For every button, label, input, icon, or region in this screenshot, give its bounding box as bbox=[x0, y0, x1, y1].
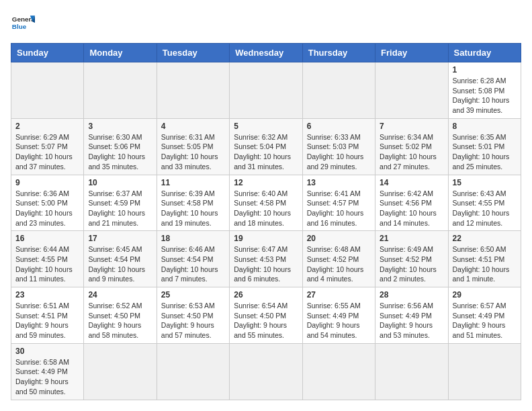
day-number: 6 bbox=[307, 122, 371, 131]
calendar-header-row: SundayMondayTuesdayWednesdayThursdayFrid… bbox=[11, 44, 521, 62]
calendar-cell: 25Sunrise: 6:53 AM Sunset: 4:50 PM Dayli… bbox=[157, 287, 229, 344]
calendar-cell bbox=[230, 343, 302, 400]
day-number: 25 bbox=[161, 290, 225, 300]
column-header-tuesday: Tuesday bbox=[157, 44, 229, 62]
calendar-week-row: 9Sunrise: 6:36 AM Sunset: 5:00 PM Daylig… bbox=[11, 175, 521, 231]
calendar-week-row: 1Sunrise: 6:28 AM Sunset: 5:08 PM Daylig… bbox=[11, 62, 521, 119]
calendar-cell: 26Sunrise: 6:54 AM Sunset: 4:50 PM Dayli… bbox=[230, 287, 302, 344]
calendar-cell bbox=[230, 62, 302, 119]
day-info: Sunrise: 6:58 AM Sunset: 4:49 PM Dayligh… bbox=[15, 357, 79, 397]
day-number: 18 bbox=[161, 234, 225, 243]
day-number: 11 bbox=[161, 178, 225, 187]
day-info: Sunrise: 6:37 AM Sunset: 4:59 PM Dayligh… bbox=[88, 189, 152, 228]
day-number: 21 bbox=[380, 234, 443, 243]
day-info: Sunrise: 6:47 AM Sunset: 4:53 PM Dayligh… bbox=[234, 244, 298, 284]
calendar-cell: 8Sunrise: 6:35 AM Sunset: 5:01 PM Daylig… bbox=[448, 118, 521, 175]
logo: General Blue bbox=[11, 11, 35, 35]
day-info: Sunrise: 6:34 AM Sunset: 5:02 PM Dayligh… bbox=[380, 132, 443, 172]
calendar-cell bbox=[302, 62, 375, 119]
day-number: 20 bbox=[307, 234, 371, 243]
day-info: Sunrise: 6:48 AM Sunset: 4:52 PM Dayligh… bbox=[307, 244, 371, 284]
day-info: Sunrise: 6:50 AM Sunset: 4:51 PM Dayligh… bbox=[453, 244, 517, 284]
day-info: Sunrise: 6:52 AM Sunset: 4:50 PM Dayligh… bbox=[88, 301, 152, 340]
calendar-cell: 7Sunrise: 6:34 AM Sunset: 5:02 PM Daylig… bbox=[375, 118, 448, 175]
calendar-cell: 4Sunrise: 6:31 AM Sunset: 5:05 PM Daylig… bbox=[157, 118, 229, 175]
column-header-saturday: Saturday bbox=[448, 44, 521, 62]
calendar-cell: 2Sunrise: 6:29 AM Sunset: 5:07 PM Daylig… bbox=[11, 118, 84, 175]
logo-icon: General Blue bbox=[11, 11, 35, 35]
column-header-monday: Monday bbox=[84, 44, 157, 62]
day-number: 26 bbox=[234, 290, 298, 300]
day-number: 4 bbox=[161, 122, 225, 131]
day-number: 24 bbox=[88, 290, 152, 300]
day-info: Sunrise: 6:56 AM Sunset: 4:49 PM Dayligh… bbox=[380, 301, 443, 340]
calendar-cell: 9Sunrise: 6:36 AM Sunset: 5:00 PM Daylig… bbox=[11, 175, 84, 231]
calendar-week-row: 23Sunrise: 6:51 AM Sunset: 4:51 PM Dayli… bbox=[11, 287, 521, 344]
svg-text:Blue: Blue bbox=[12, 23, 27, 30]
day-info: Sunrise: 6:33 AM Sunset: 5:03 PM Dayligh… bbox=[307, 132, 371, 172]
day-number: 15 bbox=[453, 178, 517, 187]
calendar-cell: 20Sunrise: 6:48 AM Sunset: 4:52 PM Dayli… bbox=[302, 231, 375, 287]
day-info: Sunrise: 6:30 AM Sunset: 5:06 PM Dayligh… bbox=[88, 132, 152, 172]
page-header: General Blue bbox=[11, 11, 521, 35]
day-info: Sunrise: 6:54 AM Sunset: 4:50 PM Dayligh… bbox=[234, 301, 298, 340]
day-info: Sunrise: 6:36 AM Sunset: 5:00 PM Dayligh… bbox=[15, 189, 79, 228]
calendar-cell bbox=[157, 62, 229, 119]
day-info: Sunrise: 6:49 AM Sunset: 4:52 PM Dayligh… bbox=[380, 244, 443, 284]
day-number: 14 bbox=[380, 178, 443, 187]
day-number: 22 bbox=[453, 234, 517, 243]
calendar-cell: 13Sunrise: 6:41 AM Sunset: 4:57 PM Dayli… bbox=[302, 175, 375, 231]
calendar-cell: 24Sunrise: 6:52 AM Sunset: 4:50 PM Dayli… bbox=[84, 287, 157, 344]
calendar-cell: 10Sunrise: 6:37 AM Sunset: 4:59 PM Dayli… bbox=[84, 175, 157, 231]
day-number: 5 bbox=[234, 122, 298, 131]
calendar-cell: 6Sunrise: 6:33 AM Sunset: 5:03 PM Daylig… bbox=[302, 118, 375, 175]
day-number: 3 bbox=[88, 122, 152, 131]
day-number: 30 bbox=[15, 347, 79, 356]
calendar-table: SundayMondayTuesdayWednesdayThursdayFrid… bbox=[11, 43, 521, 400]
day-number: 8 bbox=[453, 122, 517, 131]
calendar-cell bbox=[375, 62, 448, 119]
calendar-week-row: 30Sunrise: 6:58 AM Sunset: 4:49 PM Dayli… bbox=[11, 343, 521, 400]
day-info: Sunrise: 6:55 AM Sunset: 4:49 PM Dayligh… bbox=[307, 301, 371, 340]
calendar-cell: 3Sunrise: 6:30 AM Sunset: 5:06 PM Daylig… bbox=[84, 118, 157, 175]
day-info: Sunrise: 6:44 AM Sunset: 4:55 PM Dayligh… bbox=[15, 244, 79, 284]
calendar-cell: 29Sunrise: 6:57 AM Sunset: 4:49 PM Dayli… bbox=[448, 287, 521, 344]
calendar-cell bbox=[375, 343, 448, 400]
day-number: 10 bbox=[88, 178, 152, 187]
calendar-cell: 18Sunrise: 6:46 AM Sunset: 4:54 PM Dayli… bbox=[157, 231, 229, 287]
day-info: Sunrise: 6:39 AM Sunset: 4:58 PM Dayligh… bbox=[161, 189, 225, 228]
day-info: Sunrise: 6:45 AM Sunset: 4:54 PM Dayligh… bbox=[88, 244, 152, 284]
day-info: Sunrise: 6:35 AM Sunset: 5:01 PM Dayligh… bbox=[453, 132, 517, 172]
day-number: 23 bbox=[15, 290, 79, 300]
calendar-week-row: 16Sunrise: 6:44 AM Sunset: 4:55 PM Dayli… bbox=[11, 231, 521, 287]
calendar-cell: 30Sunrise: 6:58 AM Sunset: 4:49 PM Dayli… bbox=[11, 343, 84, 400]
calendar-cell: 21Sunrise: 6:49 AM Sunset: 4:52 PM Dayli… bbox=[375, 231, 448, 287]
day-info: Sunrise: 6:32 AM Sunset: 5:04 PM Dayligh… bbox=[234, 132, 298, 172]
calendar-cell: 1Sunrise: 6:28 AM Sunset: 5:08 PM Daylig… bbox=[448, 62, 521, 119]
calendar-cell: 16Sunrise: 6:44 AM Sunset: 4:55 PM Dayli… bbox=[11, 231, 84, 287]
day-number: 29 bbox=[453, 290, 517, 300]
day-number: 27 bbox=[307, 290, 371, 300]
day-info: Sunrise: 6:43 AM Sunset: 4:55 PM Dayligh… bbox=[453, 189, 517, 228]
column-header-thursday: Thursday bbox=[302, 44, 375, 62]
day-info: Sunrise: 6:42 AM Sunset: 4:56 PM Dayligh… bbox=[380, 189, 443, 228]
calendar-cell: 28Sunrise: 6:56 AM Sunset: 4:49 PM Dayli… bbox=[375, 287, 448, 344]
day-number: 13 bbox=[307, 178, 371, 187]
calendar-cell bbox=[302, 343, 375, 400]
calendar-cell: 11Sunrise: 6:39 AM Sunset: 4:58 PM Dayli… bbox=[157, 175, 229, 231]
calendar-week-row: 2Sunrise: 6:29 AM Sunset: 5:07 PM Daylig… bbox=[11, 118, 521, 175]
column-header-sunday: Sunday bbox=[11, 44, 84, 62]
calendar-cell: 15Sunrise: 6:43 AM Sunset: 4:55 PM Dayli… bbox=[448, 175, 521, 231]
day-info: Sunrise: 6:31 AM Sunset: 5:05 PM Dayligh… bbox=[161, 132, 225, 172]
calendar-cell: 22Sunrise: 6:50 AM Sunset: 4:51 PM Dayli… bbox=[448, 231, 521, 287]
day-info: Sunrise: 6:41 AM Sunset: 4:57 PM Dayligh… bbox=[307, 189, 371, 228]
day-info: Sunrise: 6:40 AM Sunset: 4:58 PM Dayligh… bbox=[234, 189, 298, 228]
calendar-cell: 12Sunrise: 6:40 AM Sunset: 4:58 PM Dayli… bbox=[230, 175, 302, 231]
calendar-cell bbox=[84, 343, 157, 400]
calendar-cell bbox=[84, 62, 157, 119]
day-number: 17 bbox=[88, 234, 152, 243]
day-number: 2 bbox=[15, 122, 79, 131]
calendar-cell: 14Sunrise: 6:42 AM Sunset: 4:56 PM Dayli… bbox=[375, 175, 448, 231]
day-info: Sunrise: 6:46 AM Sunset: 4:54 PM Dayligh… bbox=[161, 244, 225, 284]
calendar-cell: 27Sunrise: 6:55 AM Sunset: 4:49 PM Dayli… bbox=[302, 287, 375, 344]
